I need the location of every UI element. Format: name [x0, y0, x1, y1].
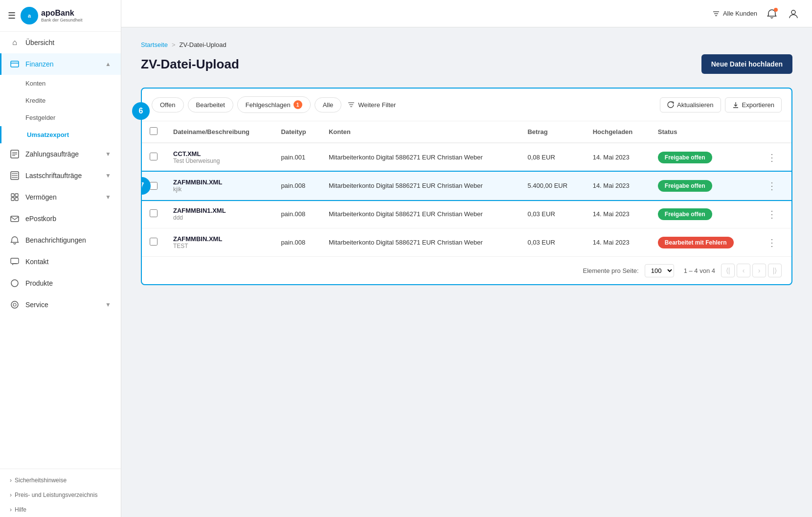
status-badge: Bearbeitet mit Fehlern — [658, 237, 734, 248]
sidebar-item-lastschriftauftraege[interactable]: Lastschriftaufträge ▼ — [0, 165, 121, 186]
lastschrift-icon — [10, 171, 20, 180]
exportieren-button[interactable]: Exportieren — [725, 97, 782, 112]
hamburger-icon[interactable]: ☰ — [8, 10, 16, 21]
filter-bearbeitet[interactable]: Bearbeitet — [188, 97, 233, 112]
sidebar-item-epostkorb[interactable]: ePostkorb — [0, 208, 121, 229]
user-icon — [788, 8, 799, 19]
user-avatar[interactable] — [787, 7, 800, 21]
footer-preis[interactable]: › Preis- und Leistungsverzeichnis — [0, 488, 121, 502]
logo-text: apoBank Bank der Gesundheit — [41, 9, 83, 22]
filter-alle[interactable]: Alle — [315, 97, 342, 112]
aktualisieren-button[interactable]: Aktualisieren — [660, 97, 721, 112]
filter-offen[interactable]: Offen — [152, 97, 184, 112]
row-date-cell: 14. Mai 2023 — [585, 143, 650, 172]
table-row: 7ZAFMMBIN.XMLkjikpain.008Mitarbeiterkont… — [142, 172, 791, 200]
fehlgeschlagen-badge: 1 — [293, 100, 302, 109]
select-all-checkbox[interactable] — [150, 127, 158, 135]
row-filetype-cell: pain.001 — [273, 143, 321, 172]
footer-hilfe[interactable]: › Hilfe — [0, 502, 121, 517]
file-description: ddd — [173, 214, 265, 221]
th-checkbox — [142, 121, 165, 143]
row-betrag-cell: 0,08 EUR — [519, 143, 585, 172]
per-page-select[interactable]: 100 50 25 — [645, 264, 674, 277]
table-container: Dateiname/Beschreibung Dateityp Konten B… — [142, 121, 791, 256]
breadcrumb-home[interactable]: Startseite — [141, 41, 168, 48]
sidebar-item-finanzen[interactable]: Finanzen ▲ — [0, 53, 121, 75]
footer-label-sicherheit: Sicherheitshinweise — [15, 477, 67, 484]
first-page-btn[interactable]: ⟨| — [721, 264, 735, 277]
notification-dot — [774, 8, 778, 12]
row-actions-cell: ⋮ — [757, 228, 791, 257]
sidebar-label-vermoegen: Vermögen — [25, 193, 99, 201]
file-description: kjik — [173, 186, 265, 193]
files-table: Dateiname/Beschreibung Dateityp Konten B… — [142, 121, 791, 256]
row-checkbox[interactable] — [150, 182, 158, 190]
row-konten-cell: Mitarbeiterkonto Digital 5886271 EUR Chr… — [321, 172, 519, 200]
download-icon — [732, 101, 739, 108]
sidebar-item-festgelder[interactable]: Festgelder — [0, 109, 121, 126]
row-actions-cell: ⋮ — [757, 143, 791, 172]
last-page-btn[interactable]: |⟩ — [768, 264, 782, 277]
row-checkbox-cell — [142, 228, 165, 257]
sidebar-item-zahlungsauftraege[interactable]: Zahlungsaufträge ▼ — [0, 143, 121, 165]
logo: a apoBank Bank der Gesundheit — [21, 7, 83, 24]
row-menu-button[interactable]: ⋮ — [765, 179, 779, 193]
sidebar-item-benachrichtigungen[interactable]: Benachrichtigungen — [0, 229, 121, 251]
filter-fehlgeschlagen[interactable]: Fehlgeschlagen 1 — [237, 96, 311, 113]
svg-rect-15 — [15, 198, 18, 201]
table-row: ZAFMMBIN1.XMLdddpain.008Mitarbeiterkonto… — [142, 200, 791, 228]
sidebar-item-umsatzexport[interactable]: Umsatzexport — [0, 126, 121, 143]
exportieren-label: Exportieren — [742, 101, 774, 109]
prev-page-btn[interactable]: ‹ — [737, 264, 750, 277]
sidebar-label-zahlungsauftraege: Zahlungsaufträge — [25, 150, 99, 158]
row-actions-cell: ⋮ — [757, 172, 791, 200]
upload-button[interactable]: Neue Datei hochladen — [701, 54, 792, 74]
row-betrag-cell: 0,03 EUR — [519, 200, 585, 228]
filename: ZAFMMBIN.XML — [173, 179, 265, 186]
row-betrag-cell: 5.400,00 EUR — [519, 172, 585, 200]
sidebar-item-uebersicht[interactable]: ⌂ Übersicht — [0, 32, 121, 53]
page-nav: ⟨| ‹ › |⟩ — [721, 264, 782, 277]
zahlungsauftraege-icon — [10, 149, 20, 159]
footer-sicherheit[interactable]: › Sicherheitshinweise — [0, 473, 121, 488]
th-dateityp: Dateityp — [273, 121, 321, 143]
row-checkbox[interactable] — [150, 238, 158, 246]
weitere-filter[interactable]: Weitere Filter — [347, 101, 396, 109]
sidebar-label-finanzen: Finanzen — [25, 60, 99, 68]
logo-tagline: Bank der Gesundheit — [41, 18, 83, 22]
sidebar-item-konten[interactable]: Konten — [0, 75, 121, 92]
row-checkbox[interactable] — [150, 153, 158, 160]
chevron-down-icon: ▼ — [105, 151, 111, 157]
file-description: TEST — [173, 243, 265, 249]
row-konten-cell: Mitarbeiterkonto Digital 5886271 EUR Chr… — [321, 143, 519, 172]
sidebar-item-kredite[interactable]: Kredite — [0, 92, 121, 109]
row-checkbox[interactable] — [150, 209, 158, 217]
status-badge: Freigabe offen — [658, 152, 712, 163]
notification-button[interactable] — [765, 7, 779, 21]
sidebar-item-service[interactable]: Service ▼ — [0, 294, 121, 315]
th-actions — [757, 121, 791, 143]
next-page-btn[interactable]: › — [752, 264, 766, 277]
row-checkbox-cell — [142, 143, 165, 172]
chevron-right-icon2: › — [10, 492, 12, 498]
breadcrumb-current: ZV-Datei-Upload — [180, 41, 226, 48]
customer-filter[interactable]: Alle Kunden — [712, 10, 757, 18]
page-header: ZV-Datei-Upload Neue Datei hochladen — [141, 54, 792, 74]
filename: ZAFMMBIN.XML — [173, 235, 265, 243]
finanzen-icon — [10, 59, 20, 69]
fehlgeschlagen-label: Fehlgeschlagen — [246, 101, 291, 109]
svg-rect-2 — [11, 61, 19, 67]
sidebar-label-service: Service — [25, 301, 99, 309]
main-nav: ⌂ Übersicht Finanzen ▲ Konten Kredite Fe… — [0, 32, 121, 315]
breadcrumb-sep: > — [172, 41, 176, 48]
row-menu-button[interactable]: ⋮ — [765, 150, 779, 165]
sidebar-item-produkte[interactable]: Produkte — [0, 272, 121, 294]
svg-rect-16 — [11, 216, 19, 222]
chevron-down-icon3: ▼ — [105, 194, 111, 201]
svg-rect-13 — [15, 194, 18, 197]
svg-point-20 — [13, 303, 16, 306]
sidebar-item-vermoegen[interactable]: Vermögen ▼ — [0, 186, 121, 208]
row-menu-button[interactable]: ⋮ — [765, 235, 779, 250]
row-menu-button[interactable]: ⋮ — [765, 207, 779, 222]
sidebar-item-kontakt[interactable]: Kontakt — [0, 251, 121, 272]
